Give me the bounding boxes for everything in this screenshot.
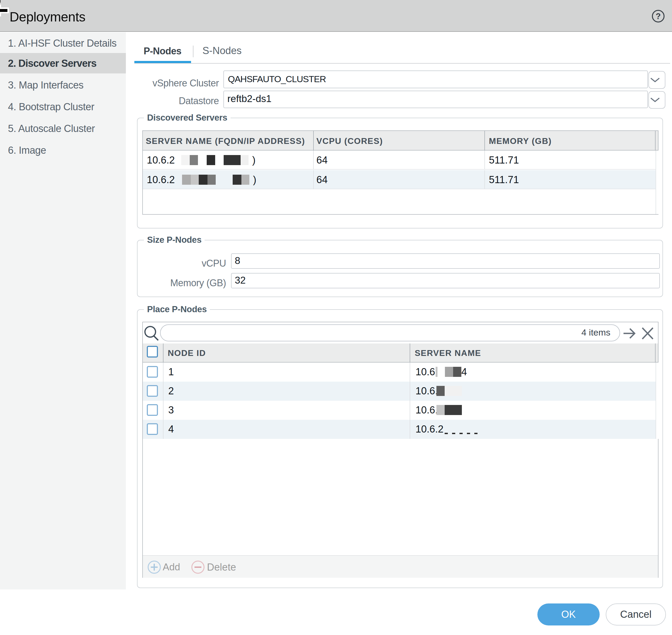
svg-text:?: ? — [656, 12, 661, 21]
